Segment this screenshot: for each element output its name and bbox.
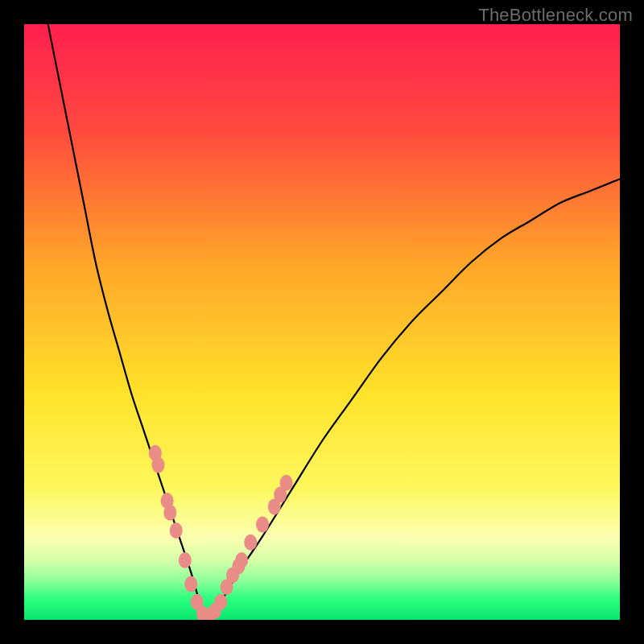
marker-dot [280, 475, 293, 491]
marker-dot [235, 552, 248, 568]
marker-dot [256, 517, 269, 533]
marker-dot [179, 552, 192, 568]
marker-dot [244, 535, 257, 551]
watermark-text: TheBottleneck.com [478, 5, 633, 26]
bottleneck-curve [48, 24, 620, 617]
marker-dot [152, 457, 165, 473]
marker-dot [184, 576, 197, 592]
marker-dot [163, 505, 176, 521]
outer-frame: TheBottleneck.com [0, 0, 644, 644]
curve-layer [24, 24, 620, 620]
marker-dot [170, 522, 183, 539]
plot-area [24, 24, 620, 620]
highlighted-markers [149, 445, 293, 620]
marker-dot [214, 594, 227, 610]
